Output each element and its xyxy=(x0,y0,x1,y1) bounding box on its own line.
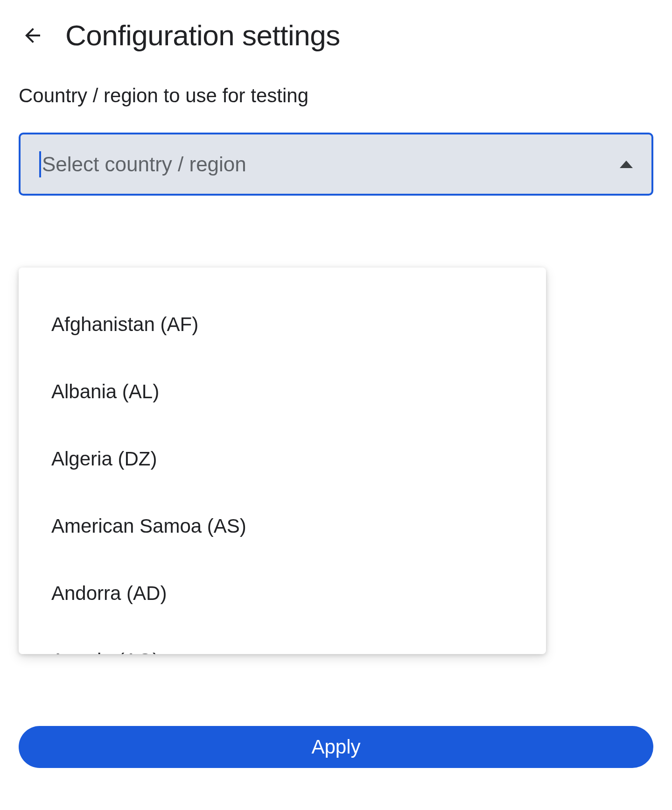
country-region-select[interactable]: Select country / region xyxy=(19,133,653,196)
apply-button[interactable]: Apply xyxy=(19,726,653,768)
dropdown-option[interactable]: Albania (AL) xyxy=(19,358,546,425)
header: Configuration settings xyxy=(19,19,653,52)
arrow-back-icon xyxy=(21,24,44,47)
dropdown-option[interactable]: Algeria (DZ) xyxy=(19,425,546,493)
text-cursor xyxy=(39,151,41,177)
country-dropdown-menu: Afghanistan (AF) Albania (AL) Algeria (D… xyxy=(19,268,546,654)
back-button[interactable] xyxy=(19,21,47,49)
dropdown-option[interactable]: Andorra (AD) xyxy=(19,560,546,627)
dropdown-option[interactable]: Angola (AO) xyxy=(19,627,546,654)
chevron-up-icon xyxy=(620,161,633,168)
dropdown-option[interactable]: Afghanistan (AF) xyxy=(19,291,546,358)
dropdown-option[interactable]: American Samoa (AS) xyxy=(19,493,546,560)
dropdown-placeholder: Select country / region xyxy=(42,153,620,176)
country-field-label: Country / region to use for testing xyxy=(19,85,653,107)
page-title: Configuration settings xyxy=(65,19,340,52)
